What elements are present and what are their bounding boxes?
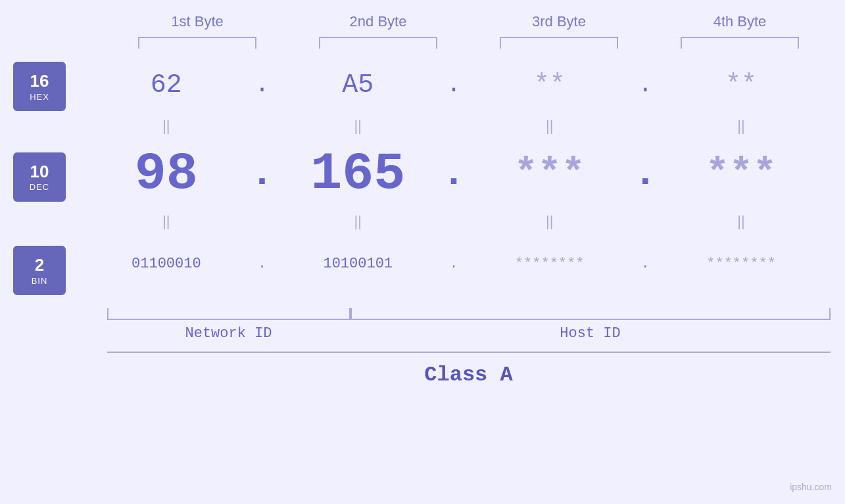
hex-row: 62 . A5 . ** . ** [92,55,815,114]
hex-number: 16 [30,71,49,91]
byte-header-4: 4th Byte [674,13,806,30]
bin-row: 01100010 . 10100101 . ******** . *******… [92,233,815,295]
host-id-label: Host ID [350,325,831,342]
network-bracket [107,308,350,320]
eq2-4: || [675,213,807,230]
bin-badge: 2 BIN [13,246,66,295]
bottom-section: Network ID Host ID [107,308,831,342]
eq-3: || [484,118,616,135]
byte-headers: 1st Byte 2nd Byte 3rd Byte 4th Byte [107,0,831,30]
dec-badge: 10 DEC [13,152,66,202]
dec-val-2: 165 [292,144,423,204]
eq-4: || [675,118,807,135]
bin-number: 2 [35,255,44,275]
dec-dot-1: . [249,151,276,196]
hex-val-3: ** [484,70,616,100]
network-id-label: Network ID [107,325,350,342]
eq-row-2: || || || || [92,210,815,233]
base-labels: 16 HEX 10 DEC 2 BIN [0,55,92,305]
bracket-1 [138,37,256,49]
hex-dot-2: . [441,72,467,99]
eq2-2: || [292,213,423,230]
eq-2: || [292,118,423,135]
dec-number: 10 [30,162,49,182]
dec-label-wrapper: 10 DEC [13,141,92,213]
bracket-4 [681,37,799,49]
bin-val-2: 10100101 [292,256,423,272]
main-container: 1st Byte 2nd Byte 3rd Byte 4th Byte 16 H… [0,0,845,504]
bin-label-wrapper: 2 BIN [13,236,92,305]
hex-val-4: ** [675,70,807,100]
bottom-brackets [107,308,831,320]
hex-badge: 16 HEX [13,62,66,111]
class-label: Class A [424,363,512,387]
eq2-1: || [101,213,232,230]
top-brackets [107,37,831,49]
dec-row: 98 . 165 . *** . *** [92,137,815,210]
eq-1: || [101,118,232,135]
values-grid: 62 . A5 . ** . ** || || || || 98 [92,55,845,305]
bin-dot-3: . [632,256,658,271]
bin-dot-1: . [249,256,276,271]
class-row: Class A [107,352,831,387]
hex-name: HEX [30,92,49,102]
byte-header-1: 1st Byte [132,13,263,30]
hex-val-1: 62 [101,70,232,100]
host-bracket [350,308,831,320]
hex-val-2: A5 [292,70,423,100]
watermark: ipshu.com [790,482,832,492]
dec-dot-2: . [441,151,467,196]
hex-dot-3: . [632,72,658,99]
dec-val-1: 98 [101,144,232,204]
bin-dot-2: . [441,256,467,271]
hex-label-wrapper: 16 HEX [13,55,92,118]
byte-header-2: 2nd Byte [312,13,444,30]
eq2-3: || [484,213,616,230]
bin-val-4: ******** [675,256,807,272]
bin-name: BIN [32,276,48,286]
bracket-labels: Network ID Host ID [107,325,831,342]
dec-dot-3: . [632,151,658,196]
content-area: 16 HEX 10 DEC 2 BIN [0,55,845,305]
bracket-3 [500,37,618,49]
dec-name: DEC [30,182,49,192]
bracket-2 [319,37,437,49]
bin-val-1: 01100010 [101,256,232,272]
hex-dot-1: . [249,72,276,99]
byte-header-3: 3rd Byte [493,13,625,30]
dec-val-3: *** [484,151,616,196]
eq-row-1: || || || || [92,114,815,137]
bin-val-3: ******** [484,256,616,272]
dec-val-4: *** [675,151,807,196]
